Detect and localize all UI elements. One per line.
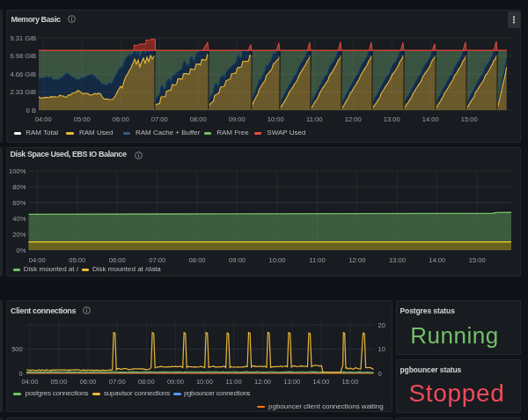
- svg-text:60%: 60%: [12, 199, 26, 207]
- svg-text:11:00: 11:00: [306, 115, 322, 123]
- svg-text:13:00: 13:00: [384, 115, 400, 123]
- svg-text:20%: 20%: [12, 231, 26, 239]
- svg-text:0%: 0%: [17, 247, 26, 254]
- svg-text:08:00: 08:00: [138, 378, 155, 386]
- svg-text:09:00: 09:00: [229, 256, 246, 264]
- svg-text:20: 20: [378, 321, 385, 329]
- svg-text:07:00: 07:00: [149, 256, 165, 264]
- svg-text:12:00: 12:00: [348, 256, 365, 264]
- svg-text:6.98 GiB: 6.98 GiB: [10, 52, 36, 60]
- svg-text:9.31 GiB: 9.31 GiB: [10, 34, 36, 42]
- svg-text:10:00: 10:00: [268, 115, 284, 123]
- svg-text:10:00: 10:00: [196, 378, 213, 386]
- svg-text:06:00: 06:00: [113, 115, 129, 123]
- svg-text:08:00: 08:00: [190, 115, 207, 123]
- svg-text:15:00: 15:00: [461, 115, 478, 123]
- svg-text:14:00: 14:00: [422, 115, 439, 123]
- svg-text:14:00: 14:00: [312, 378, 329, 386]
- svg-text:40%: 40%: [12, 215, 26, 223]
- svg-text:09:00: 09:00: [229, 115, 246, 123]
- svg-text:09:00: 09:00: [167, 378, 184, 386]
- svg-text:500: 500: [11, 345, 23, 353]
- svg-text:07:00: 07:00: [109, 378, 126, 386]
- svg-text:0: 0: [378, 370, 382, 378]
- svg-text:13:00: 13:00: [389, 256, 406, 264]
- svg-text:80%: 80%: [12, 183, 26, 191]
- svg-text:05:00: 05:00: [69, 256, 85, 264]
- svg-text:4.66 GiB: 4.66 GiB: [10, 70, 36, 78]
- svg-text:11:00: 11:00: [225, 378, 241, 386]
- svg-text:10: 10: [378, 345, 385, 353]
- svg-text:07:00: 07:00: [151, 115, 168, 123]
- svg-text:100%: 100%: [9, 167, 26, 175]
- svg-text:05:00: 05:00: [74, 115, 91, 123]
- svg-text:04:00: 04:00: [21, 378, 38, 386]
- svg-text:06:00: 06:00: [80, 378, 97, 386]
- svg-text:15:00: 15:00: [469, 256, 486, 264]
- svg-text:04:00: 04:00: [35, 115, 52, 123]
- svg-text:12:00: 12:00: [345, 115, 362, 123]
- svg-text:12:00: 12:00: [254, 378, 271, 386]
- svg-text:08:00: 08:00: [189, 256, 206, 264]
- svg-text:04:00: 04:00: [29, 256, 46, 264]
- svg-text:0 B: 0 B: [26, 107, 36, 114]
- svg-text:06:00: 06:00: [109, 256, 126, 264]
- svg-text:10:00: 10:00: [268, 256, 285, 264]
- svg-text:14:00: 14:00: [429, 256, 445, 264]
- svg-text:11:00: 11:00: [309, 256, 325, 264]
- svg-text:13:00: 13:00: [283, 378, 300, 386]
- svg-text:0: 0: [19, 370, 23, 378]
- svg-text:15:00: 15:00: [341, 378, 358, 386]
- svg-text:2.33 GiB: 2.33 GiB: [10, 88, 36, 96]
- svg-text:05:00: 05:00: [50, 378, 67, 386]
